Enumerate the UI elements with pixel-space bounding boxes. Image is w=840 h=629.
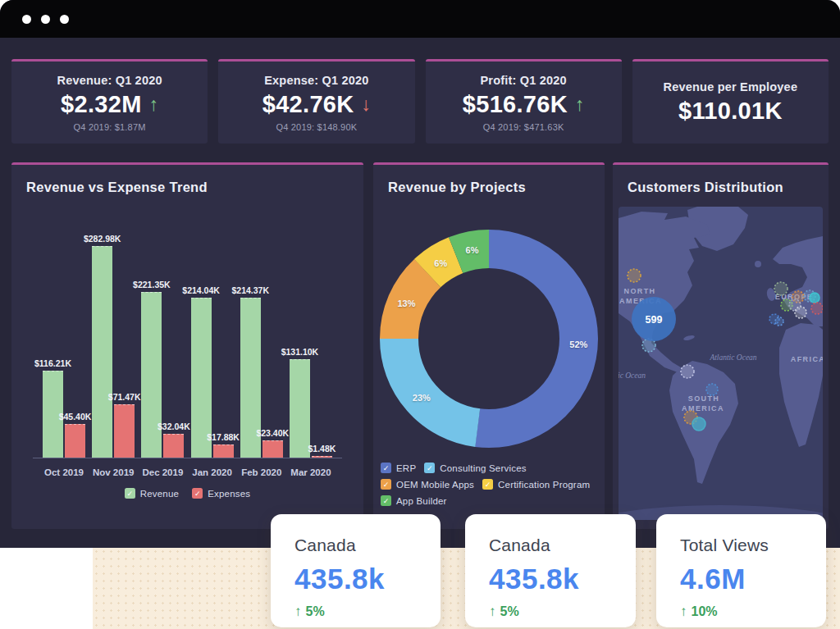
screen: Revenue: Q1 2020 $2.32M ↑ Q4 2019: $1.87… bbox=[0, 0, 840, 629]
legend-item-revenue[interactable]: ✓Revenue bbox=[125, 488, 179, 499]
revenue-bar: $221.35K bbox=[141, 292, 162, 458]
trend-arrow-icon: ↓ bbox=[362, 95, 372, 114]
x-axis-label: Mar 2020 bbox=[290, 467, 331, 477]
kpi-card-revenue: Revenue: Q1 2020 $2.32M ↑ Q4 2019: $1.87… bbox=[11, 59, 208, 144]
map-marker[interactable] bbox=[811, 303, 823, 314]
stat-change: ↑ 5% bbox=[294, 604, 441, 620]
up-arrow-icon: ↑ bbox=[294, 604, 302, 620]
map-landmass bbox=[619, 207, 823, 520]
bar-value-label: $1.48K bbox=[308, 444, 336, 454]
stat-value: 435.8k bbox=[489, 563, 636, 595]
bar-group: $282.98K$71.47KNov 2019 bbox=[92, 246, 135, 458]
bar-value-label: $17.88K bbox=[207, 432, 240, 442]
kpi-value: $110.01K bbox=[678, 98, 783, 125]
legend-item-oem-mobile-apps[interactable]: ✓OEM Mobile Apps bbox=[381, 479, 474, 490]
panel-revenue-expense-trend: Revenue vs Expense Trend $116.21K$45.40K… bbox=[11, 162, 363, 529]
x-axis-label: Nov 2019 bbox=[93, 467, 135, 477]
legend-label: Certification Program bbox=[498, 480, 590, 490]
kpi-comparison: Q4 2019: $148.90K bbox=[276, 122, 357, 132]
legend-checkbox-icon[interactable]: ✓ bbox=[482, 479, 493, 490]
bar-plot: $116.21K$45.40KOct 2019$282.98K$71.47KNo… bbox=[33, 239, 342, 458]
x-axis-label: Feb 2020 bbox=[241, 467, 281, 477]
window-titlebar bbox=[0, 0, 840, 38]
donut-chart: 52%23%13%6%6% bbox=[380, 230, 598, 448]
legend-checkbox-icon[interactable]: ✓ bbox=[125, 488, 135, 499]
map-marker[interactable] bbox=[692, 417, 705, 431]
legend-label: OEM Mobile Apps bbox=[396, 480, 474, 490]
kpi-title: Revenue: Q1 2020 bbox=[57, 74, 162, 87]
bar-group: $214.37K$23.40KFeb 2020 bbox=[240, 298, 283, 458]
map-marker[interactable] bbox=[706, 384, 718, 395]
kpi-title: Expense: Q1 2020 bbox=[264, 74, 368, 87]
x-axis-label: Dec 2019 bbox=[142, 467, 183, 477]
legend-checkbox-icon[interactable]: ✓ bbox=[381, 495, 391, 506]
map-label-south: SOUTH bbox=[688, 394, 720, 403]
kpi-comparison: Q4 2019: $1.87M bbox=[74, 122, 146, 132]
bar-value-label: $282.98K bbox=[84, 234, 121, 244]
window-control-dot[interactable] bbox=[41, 15, 50, 24]
panel-title: Revenue by Projects bbox=[380, 180, 598, 195]
donut-percent-label: 13% bbox=[397, 299, 415, 308]
x-axis-label: Jan 2020 bbox=[192, 467, 232, 477]
kpi-comparison: Q4 2019: $471.63K bbox=[483, 122, 564, 132]
legend-item-app-builder[interactable]: ✓App Builder bbox=[381, 495, 447, 506]
kpi-title: Revenue per Employee bbox=[664, 80, 798, 93]
world-map: NORTHAMERICAEUROPEAFRICASOUTHAMERICAAtla… bbox=[619, 207, 823, 520]
kpi-card-revenue-per-employee: Revenue per Employee $110.01K bbox=[632, 59, 829, 144]
map-marker[interactable] bbox=[775, 317, 783, 326]
legend-label: ERP bbox=[396, 463, 416, 473]
bar-value-label: $45.40K bbox=[59, 412, 92, 422]
map-bubble-value: 599 bbox=[646, 314, 663, 326]
legend-checkbox-icon[interactable]: ✓ bbox=[424, 463, 435, 473]
legend-label: Expenses bbox=[208, 489, 250, 499]
map-marker[interactable] bbox=[810, 293, 819, 303]
donut-percent-label: 6% bbox=[434, 258, 447, 268]
stat-label: Canada bbox=[489, 536, 636, 555]
map-marker[interactable] bbox=[628, 269, 641, 282]
stat-card-total-views: Total Views 4.6M ↑ 10% bbox=[656, 514, 826, 627]
map-marker[interactable] bbox=[681, 365, 694, 378]
kpi-value: $2.32M bbox=[61, 91, 142, 118]
legend-item-consulting-services[interactable]: ✓Consulting Services bbox=[424, 463, 526, 473]
donut-svg bbox=[380, 230, 598, 448]
legend-label: Consulting Services bbox=[440, 463, 526, 473]
bar-value-label: $23.40K bbox=[256, 428, 289, 438]
legend-checkbox-icon[interactable]: ✓ bbox=[192, 488, 203, 499]
panel-customers-distribution: Customers Distribution bbox=[613, 162, 829, 529]
legend-item-expenses[interactable]: ✓Expenses bbox=[192, 488, 250, 499]
bar-value-label: $116.21K bbox=[34, 358, 71, 368]
world-map-svg: NORTHAMERICAEUROPEAFRICASOUTHAMERICAAtla… bbox=[619, 207, 823, 520]
window-control-dot[interactable] bbox=[60, 15, 69, 24]
kpi-value: $42.76K bbox=[262, 91, 354, 118]
kpi-value: $516.76K bbox=[463, 91, 568, 118]
donut-percent-label: 52% bbox=[569, 340, 587, 349]
bar-value-label: $214.37K bbox=[231, 285, 269, 295]
browser-window: Revenue: Q1 2020 $2.32M ↑ Q4 2019: $1.87… bbox=[0, 0, 840, 548]
expenses-bar: $71.47K bbox=[114, 404, 135, 458]
stat-change-value: 5% bbox=[500, 604, 519, 619]
legend-item-erp[interactable]: ✓ERP bbox=[381, 463, 416, 473]
donut-percent-label: 23% bbox=[413, 393, 431, 403]
kpi-title: Profit: Q1 2020 bbox=[480, 74, 566, 87]
legend-item-certification-program[interactable]: ✓Certification Program bbox=[482, 479, 590, 490]
bar-value-label: $71.47K bbox=[108, 392, 141, 402]
bar-chart-legend: ✓Revenue✓Expenses bbox=[26, 488, 349, 499]
bar-value-label: $221.35K bbox=[133, 280, 171, 289]
legend-checkbox-icon[interactable]: ✓ bbox=[381, 479, 391, 490]
stat-label: Canada bbox=[294, 536, 441, 555]
map-marker[interactable] bbox=[795, 307, 806, 318]
legend-checkbox-icon[interactable]: ✓ bbox=[381, 463, 391, 473]
stat-label: Total Views bbox=[680, 536, 826, 555]
window-control-dot[interactable] bbox=[22, 15, 31, 24]
bar-value-label: $131.10K bbox=[281, 347, 319, 357]
map-marker[interactable] bbox=[774, 282, 788, 295]
bar-group: $221.35K$32.04KDec 2019 bbox=[141, 292, 184, 458]
bar-value-label: $214.04K bbox=[182, 285, 220, 295]
panel-title: Customers Distribution bbox=[619, 180, 823, 195]
bar-value-label: $32.04K bbox=[158, 422, 190, 431]
donut-legend: ✓ERP✓Consulting Services✓OEM Mobile Apps… bbox=[381, 463, 597, 506]
expenses-bar: $1.48K bbox=[312, 456, 332, 458]
x-axis-label: Oct 2019 bbox=[44, 467, 84, 477]
stat-value: 4.6M bbox=[680, 563, 826, 595]
expenses-bar: $45.40K bbox=[65, 424, 85, 458]
